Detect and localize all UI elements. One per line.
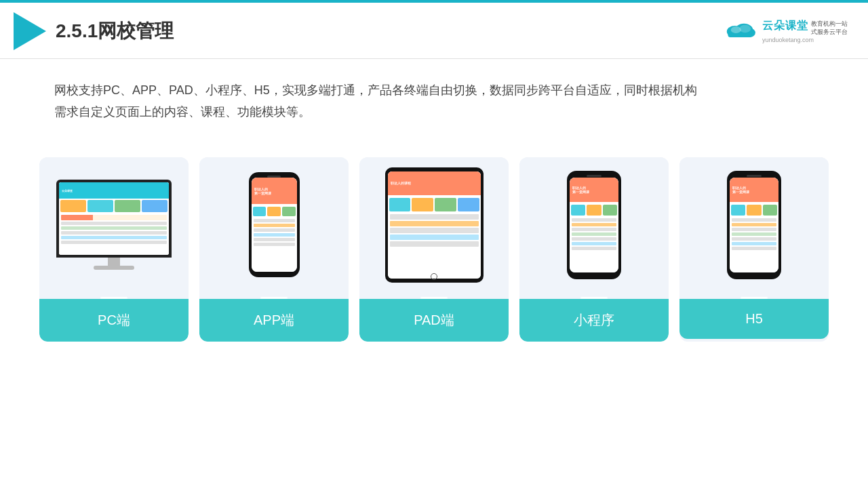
card-h5-label: H5 (679, 299, 829, 339)
header-left: 2.5.1网校管理 (14, 12, 174, 50)
card-miniprogram-image: 职达人的第一堂网课 (519, 157, 669, 293)
svg-point-4 (731, 26, 741, 33)
card-app-label: APP端 (199, 299, 349, 342)
card-h5: 职达人的第一堂网课 (679, 157, 829, 342)
card-pc: 云朵课堂 (39, 157, 189, 342)
top-accent-line (0, 0, 868, 3)
phone-app-icon: 职达人的第一堂网课 (249, 172, 300, 277)
card-app: 职达人的第一堂网课 (199, 157, 349, 342)
description-text: 网校支持PC、APP、PAD、小程序、H5，实现多端打通，产品各终端自由切换，数… (54, 79, 814, 123)
page-title: 2.5.1网校管理 (56, 18, 174, 44)
header: 2.5.1网校管理 云朵课堂 教育机构一站 式服务云平台 yunduoketan… (0, 0, 868, 59)
card-h5-image: 职达人的第一堂网课 (679, 157, 829, 293)
brand-text: 云朵课堂 教育机构一站 式服务云平台 yunduoketang.com (762, 19, 848, 43)
phone-h5-icon: 职达人的第一堂网课 (727, 171, 781, 279)
brand-name: 云朵课堂 (762, 19, 808, 33)
brand-url: yunduoketang.com (762, 37, 814, 43)
card-app-image: 职达人的第一堂网课 (199, 157, 349, 293)
card-pc-image: 云朵课堂 (39, 157, 189, 293)
card-pad-image: 职达人的课程 (359, 157, 509, 293)
svg-point-5 (739, 24, 751, 33)
phone-miniprogram-icon: 职达人的第一堂网课 (567, 171, 621, 279)
cards-container: 云朵课堂 (0, 144, 868, 362)
pad-icon: 职达人的课程 (385, 167, 484, 283)
card-pad-label: PAD端 (359, 299, 509, 342)
pad-home-button (431, 273, 437, 280)
card-pad: 职达人的课程 (359, 157, 509, 342)
brand-logo: 云朵课堂 教育机构一站 式服务云平台 yunduoketang.com (723, 19, 848, 43)
brand-slogan: 教育机构一站 式服务云平台 (811, 20, 848, 36)
card-miniprogram-label: 小程序 (519, 299, 669, 342)
logo-icon (14, 12, 46, 50)
description: 网校支持PC、APP、PAD、小程序、H5，实现多端打通，产品各终端自由切换，数… (0, 59, 868, 137)
brand-cloud-icon (723, 19, 758, 43)
svg-rect-3 (728, 32, 751, 37)
pc-monitor-icon: 云朵课堂 (56, 180, 172, 270)
card-miniprogram: 职达人的第一堂网课 (519, 157, 669, 342)
card-pc-label: PC端 (39, 299, 189, 342)
